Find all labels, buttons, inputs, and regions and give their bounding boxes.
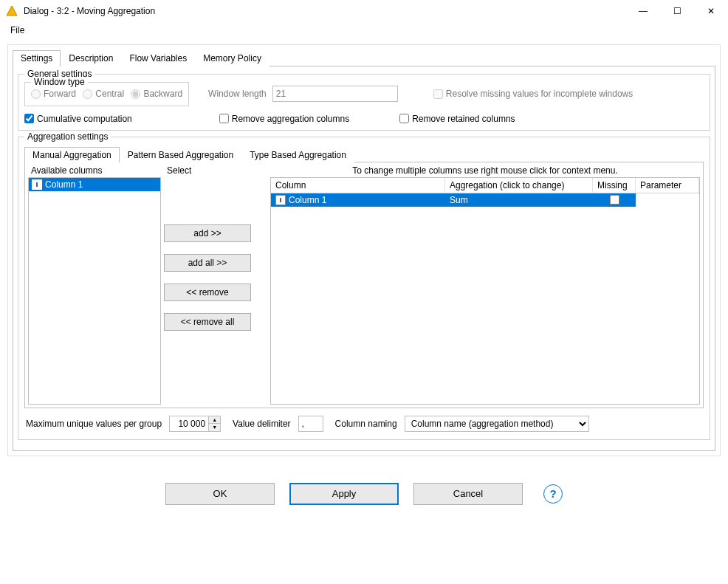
check-resolve-missing-label: Resolve missing values for incomplete wi… xyxy=(446,89,633,99)
tab-flow-variables[interactable]: Flow Variables xyxy=(121,50,195,66)
radio-central-input xyxy=(83,89,92,99)
window-length-label: Window length xyxy=(208,89,267,99)
column-naming-label: Column naming xyxy=(335,419,397,429)
list-item[interactable]: Column 1 xyxy=(29,178,160,191)
max-unique-input[interactable] xyxy=(170,416,208,431)
cell-parameter[interactable] xyxy=(636,193,699,207)
apply-button[interactable]: Apply xyxy=(289,483,399,505)
radio-backward-input xyxy=(131,89,140,99)
aggregation-subtabs: Manual Aggregation Pattern Based Aggrega… xyxy=(24,146,704,162)
ok-button[interactable]: OK xyxy=(165,483,275,505)
missing-checkbox[interactable] xyxy=(610,195,619,205)
check-cumulative-input[interactable] xyxy=(24,114,34,123)
radio-forward: Forward xyxy=(31,89,76,99)
aggregation-grid[interactable]: Column Aggregation (click to change) Mis… xyxy=(270,177,700,405)
header-aggregation[interactable]: Aggregation (click to change) xyxy=(445,178,593,193)
settings-panel: General settings Window type Forward Cen… xyxy=(13,66,715,451)
radio-forward-input xyxy=(31,89,41,99)
value-delim-input[interactable] xyxy=(298,416,323,432)
aggregation-footer-row: Maximum unique values per group ▲ ▼ Valu… xyxy=(24,408,704,433)
check-remove-retained-input[interactable] xyxy=(399,114,409,123)
spinner-arrows[interactable]: ▲ ▼ xyxy=(208,416,220,431)
help-button[interactable]: ? xyxy=(543,484,563,504)
available-columns-list[interactable]: Column 1 xyxy=(28,177,161,405)
minimize-button[interactable]: — xyxy=(626,0,660,22)
general-row-2: Cumulative computation Remove aggregatio… xyxy=(24,114,704,124)
check-remove-retained[interactable]: Remove retained columns xyxy=(399,114,515,124)
check-remove-agg[interactable]: Remove aggregation columns xyxy=(219,114,349,124)
cancel-button[interactable]: Cancel xyxy=(413,483,523,505)
cell-column-text: Column 1 xyxy=(289,195,326,205)
general-row-1: Window type Forward Central Backward Win… xyxy=(24,82,704,106)
subtab-type[interactable]: Type Based Aggregation xyxy=(241,147,354,162)
header-missing[interactable]: Missing xyxy=(593,178,636,193)
window-type-group: Window type Forward Central Backward xyxy=(24,82,189,106)
available-columns-col: Available columns Column 1 xyxy=(28,165,161,405)
table-row[interactable]: Column 1 Sum xyxy=(271,193,699,207)
remove-button[interactable]: << remove xyxy=(164,284,251,301)
add-all-button[interactable]: add all >> xyxy=(164,254,251,272)
add-button[interactable]: add >> xyxy=(164,224,251,242)
subtab-manual[interactable]: Manual Aggregation xyxy=(24,147,120,162)
close-button[interactable]: ✕ xyxy=(694,0,728,22)
dialog-body: Settings Description Flow Variables Memo… xyxy=(7,44,721,456)
cell-aggregation[interactable]: Sum xyxy=(445,193,593,207)
list-item-label: Column 1 xyxy=(45,179,83,190)
maximize-button[interactable]: ☐ xyxy=(660,0,694,22)
check-cumulative-label: Cumulative computation xyxy=(37,114,132,124)
main-tabs: Settings Description Flow Variables Memo… xyxy=(13,49,715,66)
tab-memory-policy[interactable]: Memory Policy xyxy=(195,50,269,66)
cell-missing[interactable] xyxy=(593,193,636,207)
window-title: Dialog - 3:2 - Moving Aggregation xyxy=(24,6,155,16)
check-remove-agg-label: Remove aggregation columns xyxy=(232,114,349,124)
max-unique-spinner[interactable]: ▲ ▼ xyxy=(169,416,221,432)
tab-description[interactable]: Description xyxy=(61,50,121,66)
window-length-input xyxy=(272,86,398,102)
value-delim-label: Value delimiter xyxy=(233,419,290,429)
column-type-icon xyxy=(32,179,42,190)
aggregation-table-col: To change multiple columns use right mou… xyxy=(270,165,700,405)
cell-column[interactable]: Column 1 xyxy=(271,193,445,207)
window-type-legend: Window type xyxy=(31,77,88,87)
check-remove-retained-label: Remove retained columns xyxy=(412,114,515,124)
header-parameter[interactable]: Parameter xyxy=(636,178,699,193)
column-naming-select[interactable]: Column name (aggregation method) xyxy=(405,416,589,432)
radio-backward-label: Backward xyxy=(143,89,182,99)
menubar: File xyxy=(0,22,728,40)
svg-marker-0 xyxy=(7,6,17,16)
check-cumulative[interactable]: Cumulative computation xyxy=(24,114,132,124)
spinner-up-icon[interactable]: ▲ xyxy=(209,416,220,424)
select-label: Select xyxy=(164,165,267,177)
app-icon xyxy=(6,5,18,17)
radio-central-label: Central xyxy=(95,89,124,99)
max-unique-label: Maximum unique values per group xyxy=(26,419,162,429)
header-column[interactable]: Column xyxy=(271,178,445,193)
general-settings-group: General settings Window type Forward Cen… xyxy=(18,74,710,131)
column-type-icon xyxy=(275,195,286,205)
aggregation-settings-group: Aggregation settings Manual Aggregation … xyxy=(18,137,710,440)
grid-header: Column Aggregation (click to change) Mis… xyxy=(271,178,699,193)
remove-all-button[interactable]: << remove all xyxy=(164,313,251,331)
manual-aggregation-panel: Available columns Column 1 Select add >> xyxy=(24,162,704,408)
tab-settings[interactable]: Settings xyxy=(13,50,61,66)
spinner-down-icon[interactable]: ▼ xyxy=(209,423,220,431)
radio-backward: Backward xyxy=(131,89,182,99)
aggregation-settings-legend: Aggregation settings xyxy=(24,131,111,142)
menu-file[interactable]: File xyxy=(6,24,29,37)
check-remove-agg-input[interactable] xyxy=(219,114,229,123)
titlebar: Dialog - 3:2 - Moving Aggregation — ☐ ✕ xyxy=(0,0,728,22)
subtab-pattern[interactable]: Pattern Based Aggregation xyxy=(120,147,241,162)
select-buttons-col: Select add >> add all >> << remove << re… xyxy=(164,165,267,405)
available-columns-label: Available columns xyxy=(28,165,161,177)
three-col-layout: Available columns Column 1 Select add >> xyxy=(28,165,700,405)
check-resolve-missing: Resolve missing values for incomplete wi… xyxy=(433,89,633,99)
radio-central: Central xyxy=(83,89,124,99)
context-menu-hint: To change multiple columns use right mou… xyxy=(270,165,700,177)
check-resolve-missing-input xyxy=(433,89,443,99)
dialog-button-bar: OK Apply Cancel ? xyxy=(0,483,728,505)
radio-forward-label: Forward xyxy=(44,89,76,99)
